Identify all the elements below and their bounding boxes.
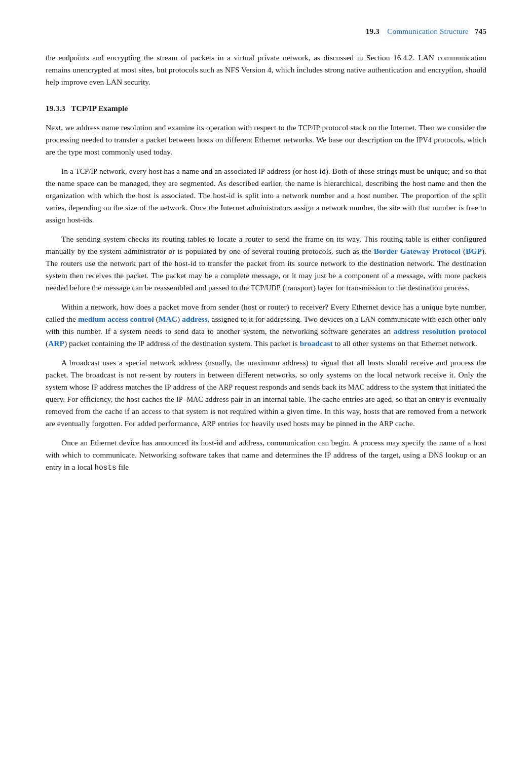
- link-address[interactable]: address: [182, 315, 208, 323]
- abbr-ip-5: IP: [324, 451, 331, 459]
- header-section-sep: [382, 27, 386, 35]
- hosts-file-ref: hosts: [94, 464, 116, 472]
- link-border-gateway-protocol[interactable]: Border Gateway Protocol: [374, 247, 461, 255]
- intro-paragraph: the endpoints and encrypting the stream …: [46, 52, 486, 88]
- abbr-tcp-udp: TCP/UDP: [251, 284, 281, 292]
- section-heading-title: TCP/IP Example: [71, 104, 128, 112]
- link-mac[interactable]: MAC: [159, 315, 177, 323]
- abbr-ip-3: IP: [91, 383, 98, 391]
- paragraph-2: In a TCP/IP network, every host has a na…: [46, 165, 486, 226]
- paragraph-6: Once an Ethernet device has announced it…: [46, 437, 486, 473]
- abbr-arp-3: ARP: [379, 420, 393, 428]
- link-medium-access-control[interactable]: medium access control: [78, 315, 154, 323]
- abbr-dns: DNS: [429, 451, 443, 459]
- link-address-resolution-protocol[interactable]: address resolution protocol: [394, 327, 486, 335]
- abbr-ip-mac: IP: [176, 395, 183, 403]
- abbr-mac-1: MAC: [348, 383, 364, 391]
- header-section: 19.3 Communication Structure: [366, 25, 469, 37]
- abbr-ip-1: IP: [258, 167, 265, 175]
- section-heading-number: 19.3.3: [46, 104, 65, 112]
- abbr-ip-2: IP: [138, 339, 145, 348]
- abbr-arp-2: ARP: [202, 420, 216, 428]
- abbr-tcpip-1: TCP/IP: [298, 124, 320, 132]
- link-broadcast[interactable]: broadcast: [299, 339, 332, 348]
- link-arp[interactable]: ARP: [48, 339, 64, 348]
- paragraph-1: Next, we address name resolution and exa…: [46, 122, 486, 158]
- page-header: 19.3 Communication Structure 745: [46, 25, 486, 37]
- abbr-arp-1: ARP: [218, 383, 233, 391]
- abbr-ipv4: IPV4: [416, 136, 432, 144]
- abbr-tcpip-2: TCP/IP: [75, 167, 97, 175]
- paragraph-3: The sending system checks its routing ta…: [46, 233, 486, 294]
- header-page-number: 745: [475, 25, 486, 37]
- abbr-lan-1: LAN: [361, 315, 375, 323]
- section-heading-1933: 19.3.3 TCP/IP Example: [46, 102, 486, 115]
- link-bgp[interactable]: BGP: [466, 247, 482, 255]
- header-section-number: 19.3: [366, 27, 379, 35]
- paragraph-5: A broadcast uses a special network addre…: [46, 357, 486, 430]
- abbr-mac-2: MAC: [186, 395, 203, 403]
- header-section-title: Communication Structure: [387, 27, 469, 35]
- paragraph-4: Within a network, how does a packet move…: [46, 301, 486, 350]
- page: 19.3 Communication Structure 745 the end…: [0, 0, 532, 760]
- intro-text: the endpoints and encrypting the stream …: [46, 53, 486, 86]
- abbr-ip-4: IP: [165, 383, 171, 391]
